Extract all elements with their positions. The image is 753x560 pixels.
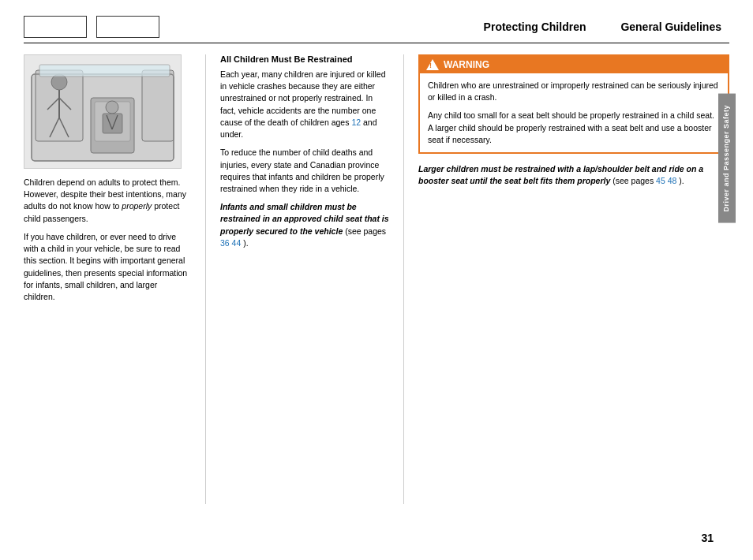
warning-triangle-icon [426, 59, 439, 70]
side-tab: Driver and Passenger Safety [718, 94, 736, 223]
header-rule [24, 43, 729, 43]
center-para-1: Each year, many children are injured or … [220, 69, 389, 140]
chapter-title: Protecting Children [484, 21, 586, 33]
warning-box: WARNING Children who are unrestrained or… [418, 54, 729, 154]
center-heading: All Children Must Be Restrained [220, 54, 389, 64]
left-vertical-divider [205, 54, 206, 504]
left-column: Children depend on adults to protect the… [24, 54, 197, 504]
right-column: WARNING Children who are unrestrained or… [412, 54, 729, 504]
link-page-45[interactable]: 45 [656, 176, 665, 185]
warning-header: WARNING [420, 56, 728, 73]
left-para-2: If you have children, or ever need to dr… [24, 231, 189, 303]
page: Protecting Children General Guidelines [0, 0, 753, 560]
link-page-48[interactable]: 48 [668, 176, 677, 185]
page-number: 31 [701, 532, 714, 544]
left-column-text: Children depend on adults to protect the… [24, 177, 189, 303]
warning-para-2: Any child too small for a seat belt shou… [428, 110, 720, 146]
nav-box-1[interactable] [24, 16, 87, 38]
center-italic-bold: Infants and small children must be restr… [220, 201, 389, 249]
svg-rect-16 [39, 65, 170, 77]
svg-rect-14 [142, 70, 174, 141]
link-age-12[interactable]: 12 [351, 118, 361, 127]
larger-children-note: Larger children must be restrained with … [418, 163, 729, 187]
center-column: All Children Must Be Restrained Each yea… [214, 54, 395, 504]
warning-label: WARNING [444, 59, 489, 70]
svg-rect-11 [103, 114, 122, 133]
header-nav: Protecting Children General Guidelines [24, 16, 729, 38]
main-content: Children depend on adults to protect the… [24, 54, 729, 504]
center-para-2: To reduce the number of child deaths and… [220, 147, 389, 195]
right-vertical-divider [403, 54, 404, 504]
child-seat-image [24, 54, 182, 169]
left-para-1: Children depend on adults to protect the… [24, 177, 189, 225]
section-title: General Guidelines [620, 21, 721, 33]
svg-point-10 [106, 101, 118, 114]
link-page-44[interactable]: 44 [232, 238, 242, 248]
nav-box-2[interactable] [96, 16, 159, 38]
link-page-36[interactable]: 36 [220, 238, 230, 248]
warning-para-1: Children who are unrestrained or imprope… [428, 80, 720, 103]
warning-body: Children who are unrestrained or imprope… [420, 73, 728, 152]
header-title: Protecting Children General Guidelines [169, 21, 729, 33]
